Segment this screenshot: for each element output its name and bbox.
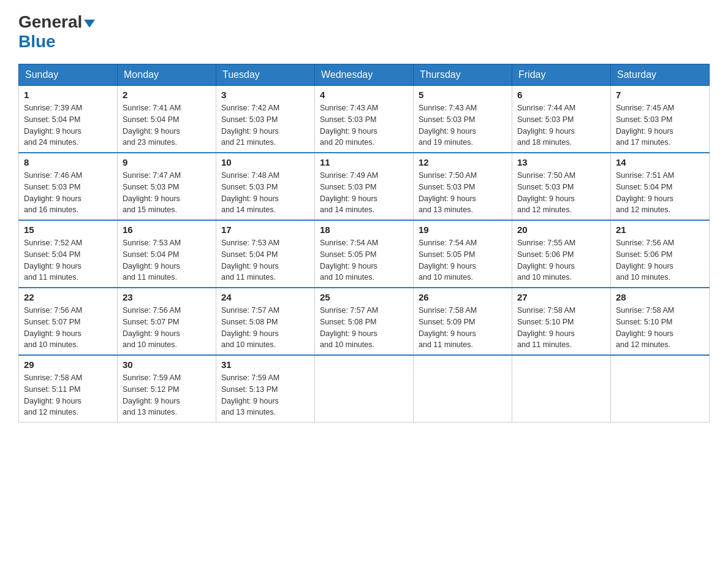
logo-general-text: General — [18, 12, 82, 32]
day-info: Sunrise: 7:46 AMSunset: 5:03 PMDaylight:… — [24, 170, 112, 216]
day-info: Sunrise: 7:39 AMSunset: 5:04 PMDaylight:… — [24, 102, 112, 148]
day-info: Sunrise: 7:58 AMSunset: 5:10 PMDaylight:… — [616, 305, 704, 351]
calendar-cell: 4Sunrise: 7:43 AMSunset: 5:03 PMDaylight… — [315, 86, 414, 153]
day-info: Sunrise: 7:50 AMSunset: 5:03 PMDaylight:… — [419, 170, 507, 216]
day-number: 30 — [123, 359, 211, 370]
day-info: Sunrise: 7:43 AMSunset: 5:03 PMDaylight:… — [419, 102, 507, 148]
day-number: 12 — [419, 157, 507, 167]
day-number: 16 — [123, 224, 211, 235]
day-info: Sunrise: 7:41 AMSunset: 5:04 PMDaylight:… — [123, 102, 211, 148]
day-info: Sunrise: 7:43 AMSunset: 5:03 PMDaylight:… — [320, 102, 408, 148]
calendar-cell: 2Sunrise: 7:41 AMSunset: 5:04 PMDaylight… — [118, 86, 216, 153]
day-number: 27 — [517, 292, 605, 302]
calendar-cell — [512, 355, 611, 423]
day-number: 2 — [123, 90, 211, 100]
logo-triangle-icon — [84, 20, 95, 28]
day-info: Sunrise: 7:56 AMSunset: 5:07 PMDaylight:… — [24, 305, 112, 351]
day-number: 14 — [616, 157, 704, 167]
day-info: Sunrise: 7:55 AMSunset: 5:06 PMDaylight:… — [517, 237, 605, 283]
weekday-header-friday: Friday — [512, 64, 611, 86]
weekday-header-sunday: Sunday — [19, 64, 118, 86]
day-info: Sunrise: 7:47 AMSunset: 5:03 PMDaylight:… — [123, 170, 211, 216]
weekday-header-wednesday: Wednesday — [315, 64, 414, 86]
day-info: Sunrise: 7:56 AMSunset: 5:07 PMDaylight:… — [123, 305, 211, 351]
day-number: 3 — [221, 90, 309, 100]
calendar-cell: 21Sunrise: 7:56 AMSunset: 5:06 PMDayligh… — [611, 220, 710, 288]
week-row-5: 29Sunrise: 7:58 AMSunset: 5:11 PMDayligh… — [19, 355, 710, 423]
day-info: Sunrise: 7:44 AMSunset: 5:03 PMDaylight:… — [517, 102, 605, 148]
calendar-cell: 17Sunrise: 7:53 AMSunset: 5:04 PMDayligh… — [216, 220, 315, 288]
day-number: 22 — [24, 292, 112, 302]
day-number: 19 — [419, 224, 507, 235]
day-number: 7 — [616, 90, 704, 100]
calendar-cell: 30Sunrise: 7:59 AMSunset: 5:12 PMDayligh… — [118, 355, 216, 423]
calendar-cell: 27Sunrise: 7:58 AMSunset: 5:10 PMDayligh… — [512, 288, 611, 355]
day-info: Sunrise: 7:42 AMSunset: 5:03 PMDaylight:… — [221, 102, 309, 148]
day-number: 17 — [221, 224, 309, 235]
calendar-cell: 26Sunrise: 7:58 AMSunset: 5:09 PMDayligh… — [414, 288, 512, 355]
calendar-cell: 18Sunrise: 7:54 AMSunset: 5:05 PMDayligh… — [315, 220, 414, 288]
day-number: 10 — [221, 157, 309, 167]
day-number: 8 — [24, 157, 112, 167]
calendar-cell: 12Sunrise: 7:50 AMSunset: 5:03 PMDayligh… — [414, 153, 512, 220]
day-number: 21 — [616, 224, 704, 235]
day-number: 26 — [419, 292, 507, 302]
day-number: 9 — [123, 157, 211, 167]
day-number: 13 — [517, 157, 605, 167]
calendar-cell: 16Sunrise: 7:53 AMSunset: 5:04 PMDayligh… — [118, 220, 216, 288]
day-info: Sunrise: 7:58 AMSunset: 5:09 PMDaylight:… — [419, 305, 507, 351]
calendar-cell: 20Sunrise: 7:55 AMSunset: 5:06 PMDayligh… — [512, 220, 611, 288]
day-info: Sunrise: 7:53 AMSunset: 5:04 PMDaylight:… — [221, 237, 309, 283]
calendar-cell: 28Sunrise: 7:58 AMSunset: 5:10 PMDayligh… — [611, 288, 710, 355]
week-row-2: 8Sunrise: 7:46 AMSunset: 5:03 PMDaylight… — [19, 153, 710, 220]
day-info: Sunrise: 7:51 AMSunset: 5:04 PMDaylight:… — [616, 170, 704, 216]
calendar-cell: 14Sunrise: 7:51 AMSunset: 5:04 PMDayligh… — [611, 153, 710, 220]
day-info: Sunrise: 7:48 AMSunset: 5:03 PMDaylight:… — [221, 170, 309, 216]
day-info: Sunrise: 7:57 AMSunset: 5:08 PMDaylight:… — [221, 305, 309, 351]
day-number: 6 — [517, 90, 605, 100]
day-number: 24 — [221, 292, 309, 302]
day-number: 23 — [123, 292, 211, 302]
calendar-cell: 3Sunrise: 7:42 AMSunset: 5:03 PMDaylight… — [216, 86, 315, 153]
logo-blue-text: Blue — [18, 32, 56, 51]
week-row-4: 22Sunrise: 7:56 AMSunset: 5:07 PMDayligh… — [19, 288, 710, 355]
calendar-cell: 7Sunrise: 7:45 AMSunset: 5:03 PMDaylight… — [611, 86, 710, 153]
day-info: Sunrise: 7:52 AMSunset: 5:04 PMDaylight:… — [24, 237, 112, 283]
calendar-cell: 10Sunrise: 7:48 AMSunset: 5:03 PMDayligh… — [216, 153, 315, 220]
day-info: Sunrise: 7:58 AMSunset: 5:11 PMDaylight:… — [24, 372, 112, 418]
day-number: 29 — [24, 359, 112, 370]
calendar-cell: 8Sunrise: 7:46 AMSunset: 5:03 PMDaylight… — [19, 153, 118, 220]
day-number: 15 — [24, 224, 112, 235]
calendar-cell: 24Sunrise: 7:57 AMSunset: 5:08 PMDayligh… — [216, 288, 315, 355]
calendar-cell — [315, 355, 414, 423]
calendar-cell: 23Sunrise: 7:56 AMSunset: 5:07 PMDayligh… — [118, 288, 216, 355]
calendar-cell: 1Sunrise: 7:39 AMSunset: 5:04 PMDaylight… — [19, 86, 118, 153]
day-info: Sunrise: 7:53 AMSunset: 5:04 PMDaylight:… — [123, 237, 211, 283]
day-number: 18 — [320, 224, 408, 235]
calendar-cell: 11Sunrise: 7:49 AMSunset: 5:03 PMDayligh… — [315, 153, 414, 220]
week-row-3: 15Sunrise: 7:52 AMSunset: 5:04 PMDayligh… — [19, 220, 710, 288]
calendar-cell — [611, 355, 710, 423]
day-number: 5 — [419, 90, 507, 100]
calendar-cell: 13Sunrise: 7:50 AMSunset: 5:03 PMDayligh… — [512, 153, 611, 220]
calendar-cell: 29Sunrise: 7:58 AMSunset: 5:11 PMDayligh… — [19, 355, 118, 423]
weekday-header-saturday: Saturday — [611, 64, 710, 86]
day-info: Sunrise: 7:49 AMSunset: 5:03 PMDaylight:… — [320, 170, 408, 216]
day-number: 1 — [24, 90, 112, 100]
day-info: Sunrise: 7:50 AMSunset: 5:03 PMDaylight:… — [517, 170, 605, 216]
day-number: 25 — [320, 292, 408, 302]
day-info: Sunrise: 7:54 AMSunset: 5:05 PMDaylight:… — [419, 237, 507, 283]
calendar-cell: 15Sunrise: 7:52 AMSunset: 5:04 PMDayligh… — [19, 220, 118, 288]
day-info: Sunrise: 7:59 AMSunset: 5:12 PMDaylight:… — [123, 372, 211, 418]
day-info: Sunrise: 7:58 AMSunset: 5:10 PMDaylight:… — [517, 305, 605, 351]
day-info: Sunrise: 7:56 AMSunset: 5:06 PMDaylight:… — [616, 237, 704, 283]
day-info: Sunrise: 7:45 AMSunset: 5:03 PMDaylight:… — [616, 102, 704, 148]
weekday-header-row: SundayMondayTuesdayWednesdayThursdayFrid… — [19, 64, 710, 86]
day-number: 11 — [320, 157, 408, 167]
calendar-cell: 5Sunrise: 7:43 AMSunset: 5:03 PMDaylight… — [414, 86, 512, 153]
calendar-cell: 22Sunrise: 7:56 AMSunset: 5:07 PMDayligh… — [19, 288, 118, 355]
week-row-1: 1Sunrise: 7:39 AMSunset: 5:04 PMDaylight… — [19, 86, 710, 153]
calendar-cell — [414, 355, 512, 423]
logo: General Blue — [18, 12, 95, 52]
calendar-cell: 25Sunrise: 7:57 AMSunset: 5:08 PMDayligh… — [315, 288, 414, 355]
